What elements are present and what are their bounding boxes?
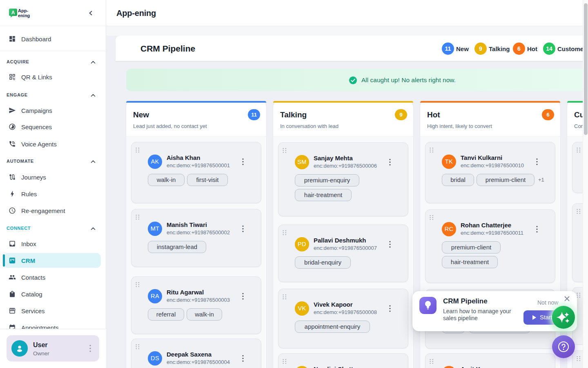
svg-text:A: A bbox=[11, 10, 15, 16]
